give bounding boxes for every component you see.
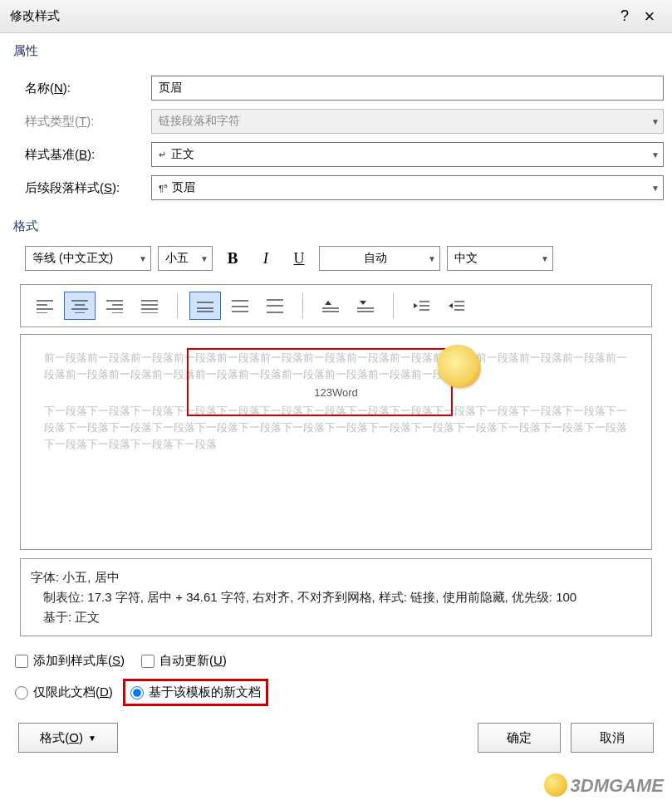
follow-combo[interactable]: ¶a 页眉 ▼ [151,175,664,200]
divider [393,293,394,318]
svg-marker-31 [414,303,418,308]
close-icon[interactable]: × [637,6,662,27]
basedon-label: 样式基准(B): [25,147,151,163]
italic-button[interactable]: I [253,246,279,271]
ok-button[interactable]: 确定 [478,723,561,753]
template-radio[interactable]: 基于该模板的新文档 [130,685,261,700]
align-center-button[interactable] [64,292,96,320]
svg-marker-28 [360,301,366,305]
watermark: 3DMGAME [544,773,664,797]
chevron-down-icon[interactable]: ▼ [651,184,660,193]
spacing-1-5-button[interactable] [224,292,256,320]
help-icon[interactable]: ? [612,7,637,25]
format-menu-button[interactable]: 格式(O)▼ [18,723,118,753]
fontsize-combo[interactable]: 小五 ▼ [158,246,213,271]
annotation-highlight [187,348,453,416]
chevron-down-icon[interactable]: ▼ [651,150,660,160]
format-toolbar: 等线 (中文正文) ▼ 小五 ▼ B I U 自动 ▼ 中文 ▼ [0,239,672,277]
follow-label: 后续段落样式(S): [25,180,151,196]
align-left-button[interactable] [29,292,61,320]
chevron-down-icon[interactable]: ▼ [541,254,549,263]
titlebar: 修改样式 ? × [0,0,672,33]
align-right-button[interactable] [99,292,130,320]
auto-update-checkbox[interactable]: 自动更新(U) [141,653,227,669]
pilcrow-icon: ¶a [159,182,167,194]
space-before-dec-button[interactable] [350,292,381,320]
section-properties: 属性 [0,33,672,64]
chevron-down-icon: ▼ [88,734,96,743]
styletype-combo: 链接段落和字符 ▼ [151,109,664,134]
spacing-1-button[interactable] [189,292,221,320]
chevron-down-icon: ▼ [651,117,660,126]
svg-marker-35 [449,303,453,308]
chevron-down-icon[interactable]: ▼ [200,254,208,263]
svg-marker-25 [325,301,331,305]
divider [177,293,178,318]
align-justify-button[interactable] [134,292,165,320]
indent-increase-button[interactable] [440,292,472,320]
name-label: 名称(N): [25,81,151,96]
cancel-button[interactable]: 取消 [571,723,654,753]
style-description: 字体: 小五, 居中 制表位: 17.3 字符, 居中 + 34.61 字符, … [20,558,652,636]
styletype-label: 样式类型(T): [25,114,151,130]
chevron-down-icon[interactable]: ▼ [428,254,436,263]
font-combo[interactable]: 等线 (中文正文) ▼ [25,246,151,271]
preview-pane: 前一段落前一段落前一段落前一段落前一段落前一段落前一段落前一段落前一段落前一段落… [20,334,652,550]
this-document-radio[interactable]: 仅限此文档(D) [15,685,113,700]
space-before-inc-button[interactable] [315,292,346,320]
section-format: 格式 [0,209,672,239]
divider [302,293,303,318]
annotation-highlight: 基于该模板的新文档 [123,679,268,706]
chevron-down-icon[interactable]: ▼ [139,254,147,263]
paragraph-toolbar [20,284,652,327]
pilcrow-icon: ↵ [159,150,166,160]
fontcolor-combo[interactable]: 自动 ▼ [319,246,440,271]
indent-decrease-button[interactable] [405,292,437,320]
window-title: 修改样式 [10,8,60,24]
underline-button[interactable]: U [286,246,312,271]
name-input[interactable]: 页眉 [151,76,664,101]
language-combo[interactable]: 中文 ▼ [447,246,553,271]
basedon-combo[interactable]: ↵ 正文 ▼ [151,142,664,167]
bold-button[interactable]: B [219,246,246,271]
add-to-gallery-checkbox[interactable]: 添加到样式库(S) [15,653,125,669]
spacing-2-button[interactable] [259,292,291,320]
